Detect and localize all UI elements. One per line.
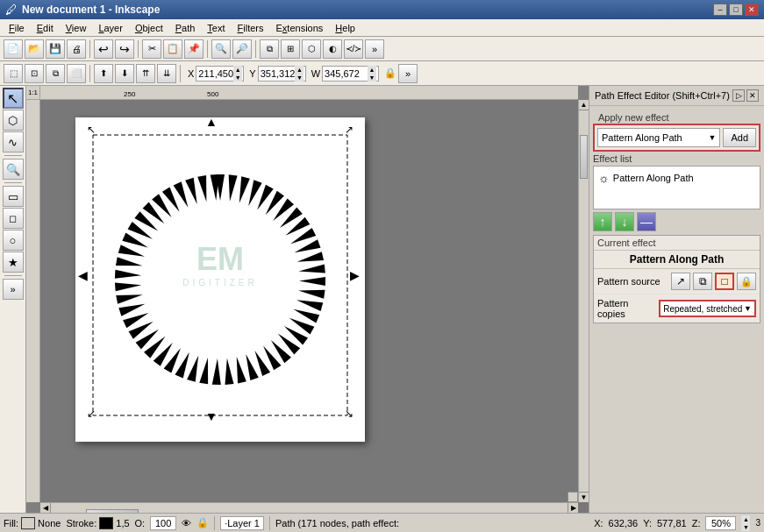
x-label: X: [188, 68, 194, 79]
scroll-left-btn[interactable]: ◀: [40, 503, 51, 514]
effect-list-item[interactable]: ☼ Pattern Along Path: [596, 169, 757, 187]
stroke-color-box[interactable]: [99, 517, 113, 529]
y-down[interactable]: ▼: [295, 74, 303, 82]
tool-select[interactable]: ↖: [3, 88, 24, 109]
pattern-copies-dropdown[interactable]: Repeated, stretched ▼: [659, 300, 756, 317]
effect-remove-btn[interactable]: —: [637, 212, 656, 231]
w-up[interactable]: ▲: [368, 66, 376, 74]
effect-up-btn[interactable]: ↑: [593, 212, 612, 231]
close-button[interactable]: ✕: [745, 4, 759, 16]
canvas-area[interactable]: 250 500 1:1 EM DIGITIZER: [26, 86, 589, 513]
x-up[interactable]: ▲: [233, 66, 242, 74]
tool-more[interactable]: »: [3, 279, 24, 300]
tb-new[interactable]: 📄: [4, 39, 23, 59]
menu-file[interactable]: File: [4, 22, 30, 34]
tb-overflow[interactable]: »: [398, 64, 418, 83]
canvas-inner[interactable]: EM DIGITIZER ▲ ▼ ◀ ▶ ↖ ↗ ↙ ↘: [40, 100, 589, 513]
tb-lower[interactable]: ⬇: [115, 64, 134, 83]
zoom-up[interactable]: ▲: [741, 515, 750, 523]
canvas-svg: ▲ ▼ ◀ ▶ ↖ ↗ ↙ ↘: [75, 117, 365, 442]
scrollbar-horizontal[interactable]: ◀ ▶: [40, 502, 578, 513]
svg-text:◀: ◀: [78, 268, 88, 282]
tb-redo[interactable]: ↪: [115, 39, 134, 59]
tool-zoom[interactable]: 🔍: [3, 159, 24, 180]
menu-layer[interactable]: Layer: [93, 22, 128, 34]
scroll-up-btn[interactable]: ▲: [579, 100, 589, 110]
tool-node[interactable]: ⬡: [3, 110, 24, 131]
scroll-thumb-h[interactable]: [86, 509, 139, 514]
menu-view[interactable]: View: [61, 22, 92, 34]
w-input[interactable]: 345,672 ▲ ▼: [322, 66, 379, 82]
pee-title: Path Effect Editor (Shift+Ctrl+7): [595, 90, 730, 101]
menu-object[interactable]: Object: [130, 22, 168, 34]
tool-ellipse[interactable]: ○: [3, 230, 24, 251]
tb-transform[interactable]: ⧉: [260, 39, 279, 59]
x-value: 211,450: [198, 68, 233, 79]
tb-zoom-in[interactable]: 🔍: [211, 39, 231, 59]
pee-close-btn[interactable]: ✕: [746, 89, 759, 102]
tb-paste[interactable]: 📌: [184, 39, 203, 59]
pee-restore-btn[interactable]: ▷: [732, 89, 745, 102]
right-panel: Path Effect Editor (Shift+Ctrl+7) ▷ ✕ Ap…: [589, 86, 764, 513]
y-input[interactable]: 351,312 ▲ ▼: [258, 66, 306, 82]
x-input[interactable]: 211,450 ▲ ▼: [196, 66, 244, 82]
y-up[interactable]: ▲: [295, 66, 303, 74]
scroll-right-btn[interactable]: ▶: [568, 503, 578, 514]
opacity-input[interactable]: [150, 516, 176, 530]
minimize-button[interactable]: –: [713, 4, 727, 16]
tool-rect[interactable]: ▭: [3, 186, 24, 207]
tb-undo[interactable]: ↩: [94, 39, 113, 59]
tb-cut[interactable]: ✂: [142, 39, 161, 59]
menu-help[interactable]: Help: [330, 22, 361, 34]
source-btn-copy[interactable]: ⧉: [693, 273, 712, 290]
scrollbar-vertical[interactable]: ▲ ▼: [578, 100, 589, 502]
tb-node[interactable]: ⬡: [302, 39, 321, 59]
tool-3dbox[interactable]: ◻: [3, 208, 24, 229]
source-btn-paste[interactable]: □: [715, 273, 734, 290]
w-down[interactable]: ▼: [368, 74, 376, 82]
tb-group[interactable]: ⧉: [46, 64, 65, 83]
copies-arrow: ▼: [744, 304, 752, 313]
layer-indicator[interactable]: ·Layer 1: [220, 516, 264, 530]
tool-star[interactable]: ★: [3, 252, 24, 273]
tb-xml[interactable]: ≺/≻: [344, 39, 363, 59]
add-effect-button[interactable]: Add: [723, 128, 756, 147]
ruler-mark-250: 250: [124, 90, 135, 98]
tb-save[interactable]: 💾: [46, 39, 65, 59]
menu-path[interactable]: Path: [170, 22, 201, 34]
scroll-down-btn[interactable]: ▼: [579, 492, 589, 502]
tool-tweak[interactable]: ∿: [3, 131, 24, 153]
tb-bottom[interactable]: ⇊: [157, 64, 176, 83]
tb-fill[interactable]: ◐: [323, 39, 342, 59]
tb-copy[interactable]: 📋: [163, 39, 182, 59]
zoom-down[interactable]: ▼: [741, 523, 750, 531]
tb-align[interactable]: ⊞: [281, 39, 300, 59]
menu-filters[interactable]: Filters: [232, 22, 269, 34]
menu-edit[interactable]: Edit: [32, 22, 59, 34]
tb-raise[interactable]: ⬆: [94, 64, 113, 83]
effect-down-btn[interactable]: ↓: [615, 212, 634, 231]
apply-effect-controls: Pattern Along Path ▼ Add: [593, 124, 760, 152]
tb-top[interactable]: ⇈: [136, 64, 155, 83]
tb-ungroup[interactable]: ⬜: [67, 64, 86, 83]
effect-list-label: Effect list: [593, 153, 760, 164]
status-y-value: 577,81: [657, 518, 687, 528]
tb-open[interactable]: 📂: [25, 39, 44, 59]
svg-point-9: [141, 201, 299, 358]
source-btn-lock[interactable]: 🔒: [737, 273, 756, 290]
effect-dropdown[interactable]: Pattern Along Path ▼: [597, 128, 720, 147]
scroll-thumb-v[interactable]: [580, 135, 588, 179]
maximize-button[interactable]: □: [729, 4, 743, 16]
left-toolbar: ↖ ⬡ ∿ 🔍 ▭ ◻ ○ ★ »: [0, 86, 26, 513]
tb-zoom-out[interactable]: 🔎: [232, 39, 252, 59]
menu-extensions[interactable]: Extensions: [271, 22, 329, 34]
tb-print[interactable]: 🖨: [67, 39, 86, 59]
zoom-input[interactable]: [705, 516, 736, 530]
tb-select-all[interactable]: ⬚: [4, 64, 23, 83]
menu-text[interactable]: Text: [202, 22, 230, 34]
x-down[interactable]: ▼: [233, 74, 242, 82]
fill-color-box[interactable]: [21, 517, 35, 529]
tb-deselect[interactable]: ⊡: [25, 64, 44, 83]
source-btn-cursor[interactable]: ↗: [671, 273, 690, 290]
tb-more[interactable]: »: [365, 39, 384, 59]
